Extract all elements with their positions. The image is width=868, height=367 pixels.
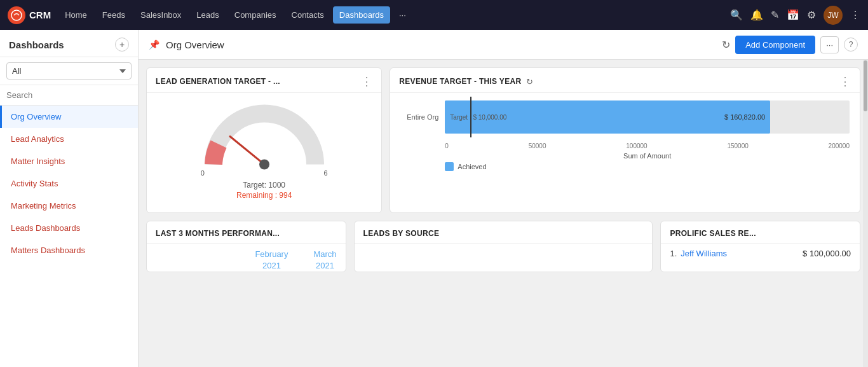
svg-line-1 bbox=[230, 137, 264, 165]
chart-x-axis: 0 50000 100000 150000 200000 bbox=[400, 141, 850, 149]
chart-legend: Achieved bbox=[400, 160, 850, 174]
top-navigation: CRM Home Feeds SalesInbox Leads Companie… bbox=[0, 0, 868, 30]
prolific-item: 1. Jeff Williams $ 100,000.00 bbox=[661, 244, 860, 263]
calendar-icon[interactable]: 📅 bbox=[787, 9, 799, 21]
bar-fill: Target : $ 10,000.00 $ 160,820.00 bbox=[445, 100, 770, 134]
lead-gen-card-header: LEAD GENERATION TARGET - ... ⋮ bbox=[147, 68, 381, 93]
x-label-150k: 150000 bbox=[727, 142, 748, 149]
dashboard-header: 📌 Org Overview ↻ Add Component ··· ? bbox=[139, 30, 868, 60]
bar-label: Entire Org bbox=[400, 113, 445, 121]
revenue-menu[interactable]: ⋮ bbox=[839, 76, 851, 87]
refresh-icon[interactable]: ↻ bbox=[722, 39, 730, 51]
prolific-name[interactable]: Jeff Williams bbox=[681, 249, 803, 258]
sidebar-item-activity-stats[interactable]: Activity Stats bbox=[0, 172, 138, 195]
nav-feeds[interactable]: Feeds bbox=[96, 6, 132, 24]
month-headers: February2021 March2021 bbox=[147, 244, 346, 272]
user-avatar[interactable]: JW bbox=[824, 6, 843, 25]
compose-icon[interactable]: ✎ bbox=[771, 9, 779, 21]
nav-dashboards[interactable]: Dashboards bbox=[333, 6, 390, 24]
bell-icon[interactable]: 🔔 bbox=[750, 9, 763, 21]
sidebar-item-matters-dashboards[interactable]: Matters Dashboards bbox=[0, 239, 138, 261]
svg-point-2 bbox=[259, 160, 269, 170]
gauge-max: 6 bbox=[324, 169, 328, 177]
revenue-refresh-icon[interactable]: ↻ bbox=[526, 77, 533, 87]
month-feb: February2021 bbox=[255, 249, 288, 272]
nav-companies[interactable]: Companies bbox=[228, 6, 283, 24]
chart-x-label: Sum of Amount bbox=[400, 149, 850, 160]
dashboard-title: Org Overview bbox=[166, 39, 715, 50]
sidebar: Dashboards + All Org Overview Lead Analy… bbox=[0, 30, 139, 367]
lead-generation-card: LEAD GENERATION TARGET - ... ⋮ bbox=[146, 67, 382, 213]
app-title: CRM bbox=[29, 10, 51, 20]
gauge-target: Target: 1000 bbox=[243, 181, 285, 190]
leads-source-body bbox=[355, 244, 653, 259]
prolific-card: PROLIFIC SALES RE... 1. Jeff Williams $ … bbox=[660, 221, 860, 272]
nav-salesinbox[interactable]: SalesInbox bbox=[134, 6, 187, 24]
prolific-rank: 1. bbox=[670, 249, 677, 258]
app-logo[interactable]: CRM bbox=[8, 6, 51, 24]
revenue-bar-row: Entire Org Target : $ 10,000.00 $ 160,82… bbox=[400, 98, 850, 136]
lead-gen-title: LEAD GENERATION TARGET - ... bbox=[156, 77, 280, 86]
leads-by-source-card: LEADS BY SOURCE bbox=[354, 221, 653, 272]
topnav-icons: 🔍 🔔 ✎ 📅 ⚙ JW ⋮ bbox=[730, 6, 860, 25]
sidebar-item-org-overview[interactable]: Org Overview bbox=[0, 106, 138, 128]
sidebar-item-lead-analytics[interactable]: Lead Analytics bbox=[0, 128, 138, 150]
gauge-range: 0 6 bbox=[201, 169, 328, 177]
gauge-container: 0 6 Target: 1000 Remaining : 994 bbox=[147, 93, 381, 212]
grid-icon[interactable]: ⋮ bbox=[850, 9, 860, 21]
legend-achieved-box bbox=[445, 162, 454, 171]
last3months-card: LAST 3 MONTHS PERFORMAN... February2021 … bbox=[146, 221, 346, 272]
help-button[interactable]: ? bbox=[844, 38, 858, 52]
nav-more[interactable]: ··· bbox=[393, 6, 412, 24]
x-label-200k: 200000 bbox=[829, 142, 850, 149]
dashboard-row-1: LEAD GENERATION TARGET - ... ⋮ bbox=[146, 67, 860, 213]
bar-target-label: Target : $ 10,000.00 bbox=[450, 114, 506, 121]
gauge-chart bbox=[201, 99, 328, 176]
bar-track: Target : $ 10,000.00 $ 160,820.00 bbox=[445, 100, 850, 134]
x-label-0: 0 bbox=[445, 142, 449, 149]
bar-target-line bbox=[470, 97, 471, 137]
main-layout: Dashboards + All Org Overview Lead Analy… bbox=[0, 30, 868, 367]
nav-contacts[interactable]: Contacts bbox=[285, 6, 330, 24]
add-component-button[interactable]: Add Component bbox=[735, 36, 815, 54]
leads-source-header: LEADS BY SOURCE bbox=[355, 221, 653, 244]
last3months-title: LAST 3 MONTHS PERFORMAN... bbox=[156, 229, 280, 238]
sidebar-filter: All bbox=[0, 57, 138, 85]
sidebar-item-marketing-metrics[interactable]: Marketing Metrics bbox=[0, 195, 138, 217]
legend-achieved-label: Achieved bbox=[458, 163, 486, 170]
month-mar: March2021 bbox=[313, 249, 336, 272]
sidebar-item-leads-dashboards[interactable]: Leads Dashboards bbox=[0, 217, 138, 239]
x-label-50k: 50000 bbox=[529, 142, 546, 149]
search-input[interactable] bbox=[6, 89, 132, 101]
dashboard-content: LEAD GENERATION TARGET - ... ⋮ bbox=[139, 60, 868, 367]
scrollbar[interactable] bbox=[863, 60, 868, 367]
search-icon[interactable]: 🔍 bbox=[730, 9, 743, 21]
scroll-thumb[interactable] bbox=[864, 60, 867, 111]
lead-gen-menu[interactable]: ⋮ bbox=[361, 76, 372, 87]
revenue-target-card: REVENUE TARGET - THIS YEAR ↻ ⋮ Entire Or… bbox=[390, 67, 860, 213]
dashboard-actions: ↻ Add Component ··· ? bbox=[722, 36, 858, 54]
revenue-card-header: REVENUE TARGET - THIS YEAR ↻ ⋮ bbox=[390, 68, 860, 93]
gauge-remaining: Remaining : 994 bbox=[236, 191, 292, 200]
sidebar-item-matter-insights[interactable]: Matter Insights bbox=[0, 150, 138, 172]
prolific-amount: $ 100,000.00 bbox=[803, 249, 851, 258]
gauge-min: 0 bbox=[201, 169, 205, 177]
leads-source-title: LEADS BY SOURCE bbox=[363, 229, 440, 238]
logo-icon bbox=[8, 6, 25, 24]
sidebar-title: Dashboards bbox=[9, 39, 64, 50]
gear-icon[interactable]: ⚙ bbox=[807, 9, 816, 21]
main-content: 📌 Org Overview ↻ Add Component ··· ? LEA… bbox=[139, 30, 868, 367]
prolific-title: PROLIFIC SALES RE... bbox=[670, 229, 756, 238]
filter-select[interactable]: All bbox=[6, 62, 132, 80]
svg-point-0 bbox=[11, 10, 22, 20]
add-dashboard-button[interactable]: + bbox=[115, 38, 129, 52]
nav-home[interactable]: Home bbox=[58, 6, 93, 24]
pin-icon: 📌 bbox=[149, 39, 159, 50]
sidebar-nav: Org Overview Lead Analytics Matter Insig… bbox=[0, 106, 138, 367]
revenue-chart: Entire Org Target : $ 10,000.00 $ 160,82… bbox=[390, 93, 860, 179]
nav-leads[interactable]: Leads bbox=[190, 6, 225, 24]
more-options-button[interactable]: ··· bbox=[820, 36, 839, 53]
dashboard-row-2: LAST 3 MONTHS PERFORMAN... February2021 … bbox=[146, 221, 860, 272]
revenue-title: REVENUE TARGET - THIS YEAR bbox=[399, 77, 521, 86]
bar-achieved-label: $ 160,820.00 bbox=[724, 113, 765, 121]
